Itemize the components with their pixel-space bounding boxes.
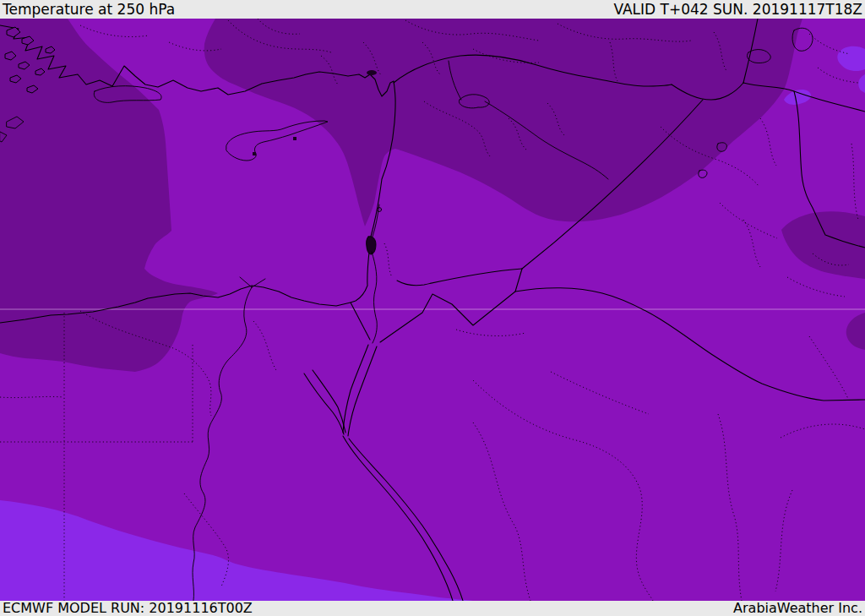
model-run-label: ECMWF MODEL RUN: 20191116T00Z <box>3 601 253 616</box>
cyprus-salt-lake <box>253 152 256 155</box>
weather-map-window: Temperature at 250 hPa VALID T+042 SUN. … <box>0 0 865 616</box>
page-title: Temperature at 250 hPa <box>3 1 175 19</box>
cyprus-lake <box>293 137 296 140</box>
header-bar: Temperature at 250 hPa VALID T+042 SUN. … <box>0 0 865 19</box>
lake-amik <box>367 70 377 75</box>
brand-label: ArabiaWeather Inc. <box>733 601 862 616</box>
footer-bar: ECMWF MODEL RUN: 20191116T00Z ArabiaWeat… <box>0 601 865 616</box>
temperature-map <box>0 19 865 601</box>
map-area <box>0 19 865 601</box>
valid-time-label: VALID T+042 SUN. 20191117T18Z <box>613 1 862 19</box>
dead-sea <box>367 237 376 254</box>
